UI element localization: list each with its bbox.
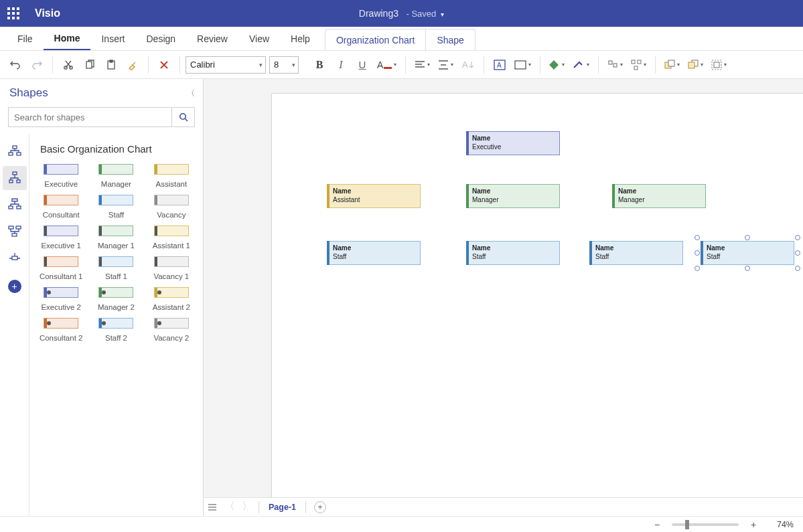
align-shapes-button[interactable]: ▾ <box>604 55 626 75</box>
bold-button[interactable]: B <box>309 55 330 75</box>
copy-button[interactable] <box>80 55 100 75</box>
format-painter-button[interactable] <box>123 55 143 75</box>
stencil-item[interactable]: Manager <box>88 164 143 188</box>
collapse-pane-button[interactable]: 〈 <box>187 88 195 99</box>
page-list-button[interactable] <box>204 499 221 516</box>
tab-design[interactable]: Design <box>135 27 186 50</box>
shapes-search-input[interactable] <box>9 112 171 122</box>
stencil-item[interactable]: Assistant 1 <box>144 226 199 250</box>
zoom-in-button[interactable]: + <box>748 519 759 530</box>
stencil-nav-1[interactable] <box>3 139 27 163</box>
canvas-area[interactable]: NameExecutiveNameAssistantNameManagerNam… <box>204 79 803 516</box>
italic-button[interactable]: I <box>331 55 351 75</box>
bring-front-button[interactable]: ▾ <box>661 55 683 75</box>
stencil-item[interactable]: Staff <box>88 195 143 219</box>
stencil-item[interactable]: Staff 1 <box>88 256 143 280</box>
stencil-nav-5[interactable] <box>3 246 27 270</box>
node-title: Name <box>595 244 677 253</box>
search-button[interactable] <box>171 108 194 126</box>
zoom-slider[interactable] <box>672 523 739 526</box>
org-chart-node[interactable]: NameManager <box>466 184 560 208</box>
underline-button[interactable]: U <box>352 55 372 75</box>
document-title[interactable]: Drawing3 - Saved ▾ <box>359 8 444 19</box>
stencil-item[interactable]: Manager 2 <box>88 287 143 311</box>
stencil-item[interactable]: Vacancy <box>144 195 199 219</box>
page-bar: 〈 〉 Page-1 + <box>204 497 803 516</box>
position-button[interactable]: ▾ <box>628 55 650 75</box>
org-chart-node[interactable]: NameAssistant <box>327 184 421 208</box>
stencil-item[interactable]: Executive 2 <box>33 287 88 311</box>
node-title: Name <box>333 187 415 196</box>
line-color-button[interactable]: ▾ <box>569 55 593 75</box>
stencil-item[interactable]: Consultant 2 <box>33 318 88 342</box>
redo-button[interactable] <box>27 55 47 75</box>
save-status: Saved <box>411 9 436 19</box>
tab-view[interactable]: View <box>238 27 280 50</box>
shapes-pane-title: Shapes <box>9 86 48 100</box>
app-name: Visio <box>35 7 60 19</box>
shape-thumbnail <box>154 195 189 205</box>
add-page-button[interactable]: + <box>314 501 326 513</box>
svg-rect-26 <box>12 199 17 201</box>
stencil-item[interactable]: Consultant 1 <box>33 256 88 280</box>
tab-file[interactable]: File <box>7 27 44 50</box>
delete-button[interactable] <box>154 55 174 75</box>
stencil-item[interactable]: Consultant <box>33 195 88 219</box>
tab-shape[interactable]: Shape <box>426 29 474 50</box>
stencil-item[interactable]: Executive <box>33 164 88 188</box>
tab-home[interactable]: Home <box>44 27 91 50</box>
stencil-nav-3[interactable] <box>3 193 27 217</box>
stencil-item[interactable]: Vacancy 2 <box>144 318 199 342</box>
vertical-align-button[interactable]: ▾ <box>435 55 457 75</box>
tab-organization-chart[interactable]: Organization Chart <box>325 29 427 50</box>
svg-text:A: A <box>497 62 502 69</box>
zoom-out-button[interactable]: − <box>652 519 662 530</box>
align-button[interactable]: ▾ <box>411 55 433 75</box>
font-size-select[interactable]: 8▾ <box>269 56 299 74</box>
font-family-select[interactable]: Calibri▾ <box>186 56 266 74</box>
cut-button[interactable] <box>58 55 78 75</box>
next-page-button[interactable]: 〉 <box>238 499 256 516</box>
org-chart-node[interactable]: NameStaff <box>327 241 421 265</box>
paste-button[interactable] <box>101 55 121 75</box>
font-color-button[interactable]: A▾ <box>374 55 400 75</box>
zoom-slider-thumb[interactable] <box>685 520 689 529</box>
org-chart-node[interactable]: NameStaff <box>589 241 683 265</box>
undo-button[interactable] <box>5 55 25 75</box>
add-stencil-button[interactable]: + <box>8 280 21 293</box>
page-tab[interactable]: Page-1 <box>262 503 303 512</box>
workspace: Shapes 〈 + Basic Organization Chart Exec… <box>0 79 803 516</box>
text-box-button[interactable]: A <box>490 55 510 75</box>
stencil-item[interactable]: Assistant 2 <box>144 287 199 311</box>
drawing-page[interactable]: NameExecutiveNameAssistantNameManagerNam… <box>272 94 803 516</box>
tab-insert[interactable]: Insert <box>90 27 135 50</box>
app-launcher-button[interactable] <box>0 0 27 27</box>
org-chart-node[interactable]: NameExecutive <box>466 131 560 155</box>
tab-help[interactable]: Help <box>280 27 321 50</box>
stencil-item[interactable]: Vacancy 1 <box>144 256 199 280</box>
stencil-title: Basic Organization Chart <box>40 143 199 155</box>
org-chart-node[interactable]: NameStaff <box>701 241 794 265</box>
fill-color-button[interactable]: ▾ <box>546 55 568 75</box>
shape-label: Vacancy <box>157 211 186 219</box>
org-chart-node[interactable]: NameStaff <box>466 241 560 265</box>
group-button[interactable]: ▾ <box>708 55 730 75</box>
prev-page-button[interactable]: 〈 <box>221 499 238 516</box>
send-back-button[interactable]: ▾ <box>684 55 707 75</box>
text-direction-button[interactable]: A <box>458 55 478 75</box>
svg-rect-32 <box>12 256 17 260</box>
stencil-item[interactable]: Staff 2 <box>88 318 143 342</box>
ribbon-toolbar: Calibri▾ 8▾ B I U A▾ ▾ ▾ A A ▾ ▾ ▾ ▾ ▾ ▾… <box>0 51 803 79</box>
stencil-nav-4[interactable] <box>3 219 27 244</box>
stencil-item[interactable]: Assistant <box>144 164 199 188</box>
tab-review[interactable]: Review <box>186 27 238 50</box>
svg-rect-18 <box>714 62 719 68</box>
org-chart-node[interactable]: NameManager <box>612 184 706 208</box>
stencil-nav-2[interactable] <box>3 166 27 190</box>
shape-style-button[interactable]: ▾ <box>511 55 534 75</box>
stencil-item[interactable]: Manager 1 <box>88 226 143 250</box>
shape-label: Consultant 1 <box>40 272 83 280</box>
shape-thumbnail <box>154 226 189 236</box>
stencil-item[interactable]: Executive 1 <box>33 226 88 250</box>
svg-rect-4 <box>110 60 113 62</box>
